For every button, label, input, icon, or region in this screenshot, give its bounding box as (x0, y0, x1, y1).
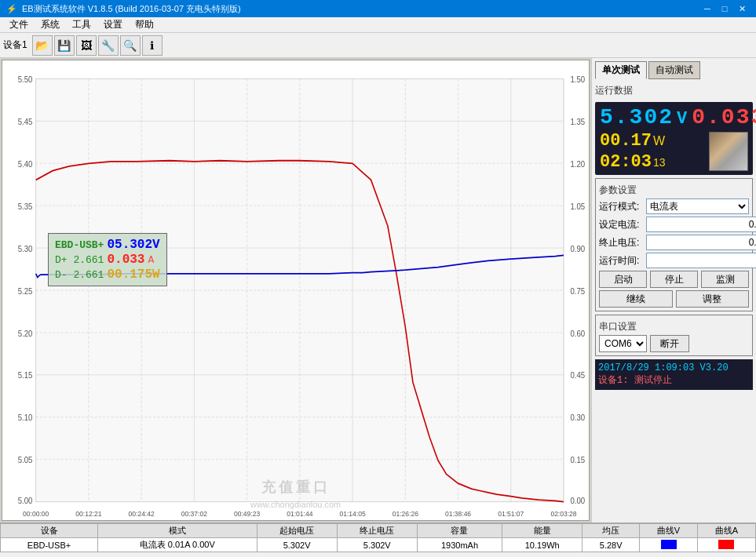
mode-select[interactable]: 电流表 恒流放电 (646, 198, 749, 214)
svg-text:1.05: 1.05 (571, 202, 586, 211)
device-label: 设备1 (3, 38, 27, 52)
svg-text:5.15: 5.15 (18, 371, 33, 380)
cell-curve-v (640, 538, 698, 552)
svg-text:1.50: 1.50 (571, 75, 586, 85)
svg-text:1.35: 1.35 (571, 118, 586, 127)
tab-bar: 单次测试 自动测试 (595, 61, 753, 79)
voltage-value: 5.302 (600, 105, 674, 129)
mode-label: 运行模式: (599, 200, 643, 213)
svg-text:0.60: 0.60 (571, 329, 586, 338)
svg-text:5.50: 5.50 (18, 75, 33, 85)
svg-text:00:49:23: 00:49:23 (234, 510, 260, 518)
svg-text:0.30: 0.30 (571, 413, 586, 423)
cell-start-v: 5.302V (257, 538, 337, 552)
params-section: 参数设置 运行模式: 电流表 恒流放电 设定电流: A 终止电压: V (595, 178, 753, 311)
menu-bar: 文件 系统 工具 设置 帮助 (0, 17, 756, 33)
overlay-power: 00.175W (107, 268, 159, 282)
save-button[interactable]: 💾 (54, 35, 75, 56)
time-label: 运行时间: (599, 254, 643, 268)
svg-text:5.10: 5.10 (18, 413, 33, 423)
voltage-unit: V (677, 109, 688, 129)
cell-capacity: 1930mAh (417, 538, 502, 552)
overlay-device: EBD-USB+ (55, 239, 104, 251)
menu-file[interactable]: 文件 (3, 16, 35, 33)
log-section: 2017/8/29 1:09:03 V3.20 设备1: 测试停止 (595, 359, 753, 390)
time-extra: 13 (653, 156, 666, 169)
port-select[interactable]: COM6 COM1 COM2 COM3 COM4 COM5 (599, 335, 647, 352)
app-icon: ⚡ (6, 4, 17, 14)
col-avg-v: 均压 (583, 524, 640, 538)
start-button[interactable]: 启动 (599, 271, 647, 288)
log-line-2: 设备1: 测试停止 (598, 373, 750, 387)
maximize-button[interactable]: □ (717, 2, 732, 16)
menu-system[interactable]: 系统 (35, 16, 66, 33)
disconnect-button[interactable]: 断开 (650, 335, 689, 352)
tab-single[interactable]: 单次测试 (595, 61, 647, 79)
overlay-voltage: 05.302V (107, 238, 159, 252)
avatar (709, 132, 748, 171)
svg-text:1.20: 1.20 (571, 160, 586, 169)
menu-tools[interactable]: 工具 (66, 16, 97, 33)
status-table-container: 设备 模式 起始电压 终止电压 容量 能量 均压 曲线V 曲线A EBD-USB… (0, 522, 756, 557)
params-title: 参数设置 (599, 184, 749, 197)
settings-button[interactable]: 🔧 (98, 35, 119, 56)
curve-v-color (661, 540, 677, 549)
watermark: 充值重口 (261, 478, 331, 497)
overlay-dminus-label: D- 2.661 (55, 269, 104, 281)
continue-button[interactable]: 继续 (599, 290, 673, 308)
curve-a-color (718, 540, 734, 549)
search-button[interactable]: 🔍 (120, 35, 141, 56)
minimize-button[interactable]: ─ (699, 2, 715, 16)
svg-text:5.05: 5.05 (18, 456, 33, 465)
data-display: 5.302 V 0.033 A 00.17 W 02:03 13 (595, 102, 753, 175)
stop-button[interactable]: 停止 (650, 271, 698, 288)
svg-text:5.40: 5.40 (18, 160, 33, 169)
menu-help[interactable]: 帮助 (129, 16, 160, 33)
open-button[interactable]: 📂 (32, 35, 53, 56)
col-energy: 能量 (502, 524, 583, 538)
power-value: 00.17 (600, 131, 652, 151)
image-button[interactable]: 🖼 (76, 35, 97, 56)
right-panel: 单次测试 自动测试 运行数据 5.302 V 0.033 A 00.17 W (591, 58, 756, 522)
svg-text:0.45: 0.45 (571, 371, 586, 380)
svg-text:01:14:05: 01:14:05 (339, 510, 365, 518)
overlay-dplus-label: D+ 2.661 (55, 254, 104, 266)
svg-text:02:03:28: 02:03:28 (550, 510, 576, 518)
col-mode: 模式 (98, 524, 257, 538)
close-button[interactable]: ✕ (734, 2, 750, 16)
overlay-current: 0.033 (107, 253, 144, 267)
title-text: EB测试系统软件 V1.8.5 (Build 2016-03-07 充电头特别版… (22, 3, 241, 15)
svg-text:00:12:21: 00:12:21 (75, 510, 101, 518)
adjust-button[interactable]: 调整 (676, 290, 750, 308)
svg-text:0.15: 0.15 (571, 456, 586, 465)
current-input[interactable] (646, 217, 756, 232)
tab-auto[interactable]: 自动测试 (648, 61, 700, 79)
svg-text:5.30: 5.30 (18, 244, 33, 253)
svg-text:00:24:42: 00:24:42 (129, 510, 155, 518)
svg-text:00:00:00: 00:00:00 (23, 510, 49, 518)
svg-text:5.25: 5.25 (18, 286, 33, 296)
cell-energy: 10.19Wh (502, 538, 583, 552)
current-label: 设定电流: (599, 218, 643, 231)
title-bar: ⚡ EB测试系统软件 V1.8.5 (Build 2016-03-07 充电头特… (0, 0, 756, 17)
svg-text:01:51:07: 01:51:07 (498, 510, 524, 518)
voltage-label: 终止电压: (599, 236, 643, 249)
time-input[interactable] (646, 253, 756, 268)
svg-text:01:38:46: 01:38:46 (445, 510, 471, 518)
col-capacity: 容量 (417, 524, 502, 538)
svg-text:00:37:02: 00:37:02 (181, 510, 207, 518)
table-row: EBD-USB+ 电流表 0.01A 0.00V 5.302V 5.302V 1… (1, 538, 756, 552)
col-curve-a: 曲线A (697, 524, 755, 538)
info-button[interactable]: ℹ (142, 35, 163, 56)
svg-text:0.75: 0.75 (571, 286, 586, 296)
monitor-button[interactable]: 监测 (701, 271, 749, 288)
svg-text:01:01:44: 01:01:44 (287, 510, 312, 518)
cell-end-v: 5.302V (337, 538, 417, 552)
svg-text:5.00: 5.00 (18, 496, 33, 505)
svg-text:5.20: 5.20 (18, 329, 33, 338)
time-value: 02:03 (600, 152, 652, 172)
chart-svg: 5.50 5.45 5.40 5.35 5.30 5.25 5.20 5.15 … (2, 60, 589, 520)
power-unit: W (653, 134, 665, 148)
menu-settings[interactable]: 设置 (97, 16, 129, 33)
voltage-input[interactable] (646, 235, 756, 250)
